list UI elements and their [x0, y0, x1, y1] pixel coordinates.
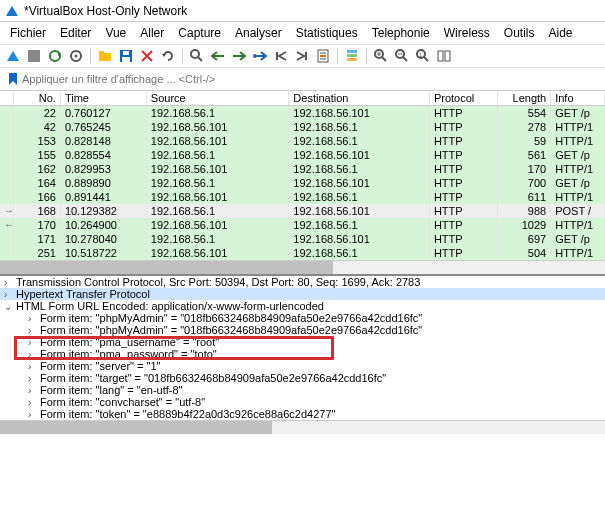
- form-item[interactable]: ›Form item: "lang" = "en-utf-8": [0, 384, 605, 396]
- col-header-time[interactable]: Time: [61, 91, 147, 105]
- form-item[interactable]: ›Form item: "server" = "1": [0, 360, 605, 372]
- packet-row[interactable]: 17110.278040192.168.56.1192.168.56.101HT…: [0, 232, 605, 246]
- form-item[interactable]: ›Form item: "pma_password" = "toto": [0, 348, 605, 360]
- cell-info: HTTP/1: [551, 120, 605, 134]
- packet-row[interactable]: 1530.828148192.168.56.101192.168.56.1HTT…: [0, 134, 605, 148]
- cell-length: 611: [498, 190, 551, 204]
- cell-protocol: HTTP: [430, 162, 498, 176]
- cell-length: 700: [498, 176, 551, 190]
- bookmark-icon[interactable]: [4, 70, 22, 88]
- svg-point-9: [191, 50, 199, 58]
- packet-marker: [0, 134, 14, 148]
- packet-row[interactable]: 1640.889890192.168.56.1192.168.56.101HTT…: [0, 176, 605, 190]
- cell-info: HTTP/1: [551, 246, 605, 260]
- reload-icon[interactable]: [159, 47, 177, 65]
- cell-time: 0.828148: [61, 134, 147, 148]
- menu-analyze[interactable]: Analyser: [229, 24, 288, 42]
- proto-form-header[interactable]: ⌄HTML Form URL Encoded: application/x-ww…: [0, 300, 605, 312]
- cell-destination: 192.168.56.1: [289, 134, 430, 148]
- cell-time: 0.828554: [61, 148, 147, 162]
- packet-row[interactable]: 220.760127192.168.56.1192.168.56.101HTTP…: [0, 106, 605, 120]
- cell-destination: 192.168.56.1: [289, 218, 430, 232]
- svg-rect-4: [99, 53, 111, 61]
- svg-rect-29: [438, 51, 443, 61]
- form-item[interactable]: ›Form item: "target" = "018fb6632468b849…: [0, 372, 605, 384]
- packet-details[interactable]: ›Transmission Control Protocol, Src Port…: [0, 276, 605, 420]
- colorize-icon[interactable]: [343, 47, 361, 65]
- menu-go[interactable]: Aller: [134, 24, 170, 42]
- packet-marker: [0, 148, 14, 162]
- menu-wireless[interactable]: Wireless: [438, 24, 496, 42]
- menu-edit[interactable]: Editer: [54, 24, 97, 42]
- close-file-icon[interactable]: [138, 47, 156, 65]
- menu-capture[interactable]: Capture: [172, 24, 227, 42]
- display-filter-input[interactable]: [22, 73, 601, 85]
- cell-source: 192.168.56.1: [147, 232, 290, 246]
- cell-protocol: HTTP: [430, 120, 498, 134]
- svg-rect-0: [28, 50, 40, 62]
- h-scrollbar[interactable]: [0, 260, 605, 274]
- window-title: *VirtualBox Host-Only Network: [24, 4, 187, 18]
- col-header-no[interactable]: No.: [14, 91, 61, 105]
- packet-row[interactable]: 420.765245192.168.56.101192.168.56.1HTTP…: [0, 120, 605, 134]
- packet-row[interactable]: →16810.129382192.168.56.1192.168.56.101H…: [0, 204, 605, 218]
- jump-to-icon[interactable]: [251, 47, 269, 65]
- app-icon: [4, 3, 20, 19]
- menu-help[interactable]: Aide: [543, 24, 579, 42]
- menu-view[interactable]: Vue: [99, 24, 132, 42]
- col-header-source[interactable]: Source: [147, 91, 290, 105]
- cell-no: 42: [14, 120, 61, 134]
- proto-tcp[interactable]: ›Transmission Control Protocol, Src Port…: [0, 276, 605, 288]
- cell-length: 1029: [498, 218, 551, 232]
- col-header-protocol[interactable]: Protocol: [430, 91, 498, 105]
- separator: [182, 48, 183, 64]
- start-capture-icon[interactable]: [4, 47, 22, 65]
- go-forward-icon[interactable]: [230, 47, 248, 65]
- menu-telephony[interactable]: Telephonie: [366, 24, 436, 42]
- packet-marker: [0, 190, 14, 204]
- packet-list-body[interactable]: 220.760127192.168.56.1192.168.56.101HTTP…: [0, 106, 605, 260]
- svg-rect-8: [123, 51, 129, 55]
- packet-row[interactable]: 1660.891441192.168.56.101192.168.56.1HTT…: [0, 190, 605, 204]
- menu-tools[interactable]: Outils: [498, 24, 541, 42]
- go-last-icon[interactable]: [293, 47, 311, 65]
- find-icon[interactable]: [188, 47, 206, 65]
- proto-http[interactable]: ›Hypertext Transfer Protocol: [0, 288, 605, 300]
- cell-source: 192.168.56.1: [147, 204, 290, 218]
- restart-capture-icon[interactable]: [46, 47, 64, 65]
- packet-row[interactable]: 25110.518722192.168.56.101192.168.56.1HT…: [0, 246, 605, 260]
- zoom-out-icon[interactable]: [393, 47, 411, 65]
- options-icon[interactable]: [67, 47, 85, 65]
- form-item[interactable]: ›Form item: "phpMyAdmin" = "018fb6632468…: [0, 312, 605, 324]
- separator: [366, 48, 367, 64]
- menu-stats[interactable]: Statistiques: [290, 24, 364, 42]
- resize-columns-icon[interactable]: [435, 47, 453, 65]
- col-header-length[interactable]: Length: [498, 91, 551, 105]
- cell-source: 192.168.56.101: [147, 218, 290, 232]
- zoom-in-icon[interactable]: [372, 47, 390, 65]
- cell-protocol: HTTP: [430, 218, 498, 232]
- form-item[interactable]: ›Form item: "phpMyAdmin" = "018fb6632468…: [0, 324, 605, 336]
- packet-row[interactable]: ←17010.264900192.168.56.101192.168.56.1H…: [0, 218, 605, 232]
- h-scrollbar-details[interactable]: [0, 420, 605, 434]
- packet-row[interactable]: 1550.828554192.168.56.1192.168.56.101HTT…: [0, 148, 605, 162]
- menu-file[interactable]: Fichier: [4, 24, 52, 42]
- cell-time: 0.765245: [61, 120, 147, 134]
- col-header-info[interactable]: Info: [551, 91, 605, 105]
- packet-row[interactable]: 1620.829953192.168.56.101192.168.56.1HTT…: [0, 162, 605, 176]
- form-item[interactable]: ›Form item: "convcharset" = "utf-8": [0, 396, 605, 408]
- cell-no: 153: [14, 134, 61, 148]
- form-item[interactable]: ›Form item: "pma_username" = "root": [0, 336, 605, 348]
- cell-protocol: HTTP: [430, 232, 498, 246]
- cell-no: 170: [14, 218, 61, 232]
- go-first-icon[interactable]: [272, 47, 290, 65]
- zoom-reset-icon[interactable]: 1: [414, 47, 432, 65]
- cell-no: 171: [14, 232, 61, 246]
- open-file-icon[interactable]: [96, 47, 114, 65]
- col-header-destination[interactable]: Destination: [289, 91, 430, 105]
- form-item[interactable]: ›Form item: "token" = "e8889b4f22a0d3c92…: [0, 408, 605, 420]
- auto-scroll-icon[interactable]: [314, 47, 332, 65]
- stop-capture-icon[interactable]: [25, 47, 43, 65]
- go-back-icon[interactable]: [209, 47, 227, 65]
- save-file-icon[interactable]: [117, 47, 135, 65]
